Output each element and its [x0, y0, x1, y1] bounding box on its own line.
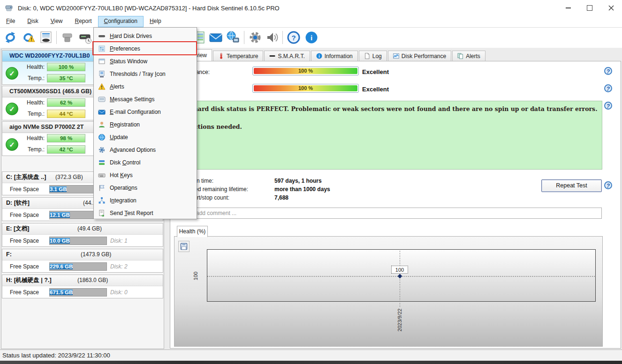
tab-information[interactable]: i Information [311, 51, 358, 61]
menu-disk[interactable]: Disk [21, 16, 44, 27]
thermometer-icon [218, 53, 224, 59]
partition-disk-number: Disk: 1 [110, 238, 128, 244]
application-window: Disk: 0, WDC WD2000FYYZ-70UL1B0 [WD-WCAZ… [0, 0, 622, 364]
status-help-icon[interactable] [604, 102, 612, 110]
menu-item-advanced-options[interactable]: Advanced Options [94, 143, 197, 156]
alert-warning-icon [94, 83, 110, 90]
partition-disk-number: Disk: 0 [110, 289, 128, 296]
menu-item-email-configuration[interactable]: E-mail Configuration [94, 105, 197, 118]
info-button[interactable]: i [304, 30, 319, 45]
integration-nodes-icon [94, 197, 110, 204]
menu-view[interactable]: View [45, 16, 69, 27]
menu-item-label: Operations [110, 185, 137, 191]
power-on-time-value: 597 days, 1 hours [274, 178, 322, 184]
comment-input[interactable] [174, 208, 601, 218]
menu-item-send-test-report[interactable]: Send Test Report [94, 207, 197, 219]
minimize-button[interactable] [557, 0, 579, 16]
tab-log[interactable]: Log [359, 51, 387, 61]
menu-item-status-window[interactable]: Status Window [94, 55, 197, 67]
partition-card-f[interactable]: F: (1473.9 GB) Free Space 229.6 GB Disk:… [2, 249, 163, 273]
status-text: Status last updated: 2023/9/22 11:30:00 [2, 352, 110, 359]
menu-file[interactable]: File [0, 16, 21, 27]
menu-item-disk-control[interactable]: Disk Control [94, 156, 197, 169]
menu-item-label: Thresholds / Tray Icon [110, 71, 166, 77]
menu-item-update[interactable]: Update [94, 131, 197, 143]
sound-button[interactable] [265, 30, 280, 45]
save-chart-button[interactable] [178, 241, 190, 252]
menu-configuration[interactable]: Configuration [98, 16, 144, 27]
maximize-button[interactable] [579, 0, 600, 16]
menu-item-operations[interactable]: Operations [94, 181, 197, 194]
network-button[interactable] [225, 30, 240, 45]
app-icon [5, 4, 13, 12]
menu-item-thresholds-tray-icon[interactable]: Thresholds / Tray Icon [94, 67, 197, 80]
partition-capacity: (372.3 GB) [55, 172, 83, 183]
close-icon [608, 5, 614, 11]
svg-text:i: i [311, 34, 312, 42]
smart-icon [269, 53, 275, 59]
disk-button[interactable] [60, 30, 75, 45]
menu-item-integration[interactable]: Integration [94, 194, 197, 207]
performance-gauge-value: 100 % [254, 68, 357, 74]
free-space-bar: 671.5 GB [49, 288, 107, 297]
tab-label: Temperature [227, 53, 258, 59]
registration-person-icon [94, 121, 110, 128]
report-button[interactable] [38, 30, 53, 45]
repeat-test-button[interactable]: Repeat Test [541, 179, 602, 192]
menu-item-alerts[interactable]: Alerts [94, 80, 197, 93]
repeat-test-help-icon[interactable] [604, 181, 612, 189]
menu-item-registration[interactable]: Registration [94, 118, 197, 131]
send-test-report-icon [94, 209, 110, 217]
menu-item-label: Message Settings [110, 96, 154, 103]
performance-gauge: 100 % [252, 67, 359, 75]
remaining-lifetime-value: more than 1000 days [274, 186, 330, 193]
tab-disk-performance[interactable]: Disk Performance [388, 51, 451, 61]
partition-card-h[interactable]: H: [机械硬盘 | ?.] (1863.0 GB) Free Space 67… [2, 275, 163, 298]
menu-item-hard-disk-drives[interactable]: Hard Disk Drives [94, 30, 197, 42]
menu-report[interactable]: Report [69, 16, 98, 27]
partition-label: H: [机械硬盘 | ?.] [6, 277, 52, 283]
tab-label: Disk Performance [402, 53, 446, 59]
free-space-label: Free Space [10, 238, 39, 244]
close-button[interactable] [600, 0, 622, 16]
speaker-icon [265, 30, 279, 45]
minimize-icon [566, 7, 571, 8]
health-bar: 62 % [47, 98, 85, 107]
temp-bar: 44 °C [47, 110, 85, 118]
disk-status-line1: The hard disk status is PERFECT. Problem… [179, 105, 598, 112]
partition-capacity: (1473.9 GB) [81, 249, 111, 260]
refresh-alert-button[interactable] [21, 30, 36, 45]
free-space-label: Free Space [10, 263, 39, 270]
menu-item-message-settings[interactable]: Message Settings [94, 93, 197, 105]
partition-card-e[interactable]: E: [文档] (49.4 GB) Free Space 10.0 GB Dis… [2, 223, 163, 247]
tab-temperature[interactable]: Temperature [213, 51, 263, 61]
chart-y-tick: 100 [193, 272, 198, 280]
partition-label: C: [主系统盘 ..] [6, 174, 46, 180]
chart-point-marker-line [400, 251, 400, 307]
help-icon: ? [287, 30, 301, 45]
svg-text:?: ? [291, 34, 296, 42]
free-space-value: 12.1 GB [50, 212, 70, 218]
tab-alerts[interactable]: Alerts [452, 51, 485, 61]
menu-item-label: Disk Control [110, 159, 140, 166]
help-button[interactable]: ? [286, 30, 301, 45]
health-chart-tab[interactable]: Health (%) [177, 226, 208, 237]
disk-control-icon [94, 159, 110, 166]
email-icon [208, 30, 223, 45]
partition-label: F: [6, 251, 12, 258]
status-bar: Status last updated: 2023/9/22 11:30:00 [0, 349, 622, 361]
menu-item-label: Alerts [110, 83, 124, 90]
refresh-icon [3, 30, 17, 45]
settings-button[interactable] [248, 30, 263, 45]
tab-smart[interactable]: S.M.A.R.T. [264, 51, 310, 61]
menu-help[interactable]: Help [144, 16, 167, 27]
performance-help-icon[interactable] [604, 67, 612, 75]
health-help-icon[interactable] [604, 84, 612, 92]
health-gauge-value: 100 % [254, 85, 357, 91]
email-button[interactable] [208, 30, 223, 45]
disk-clock-button[interactable] [78, 30, 93, 45]
menu-item-hot-keys[interactable]: Hot Keys [94, 169, 197, 181]
refresh-button[interactable] [3, 30, 18, 45]
health-rating: Excellent [362, 86, 389, 93]
preferences-highlight-box [92, 41, 197, 55]
